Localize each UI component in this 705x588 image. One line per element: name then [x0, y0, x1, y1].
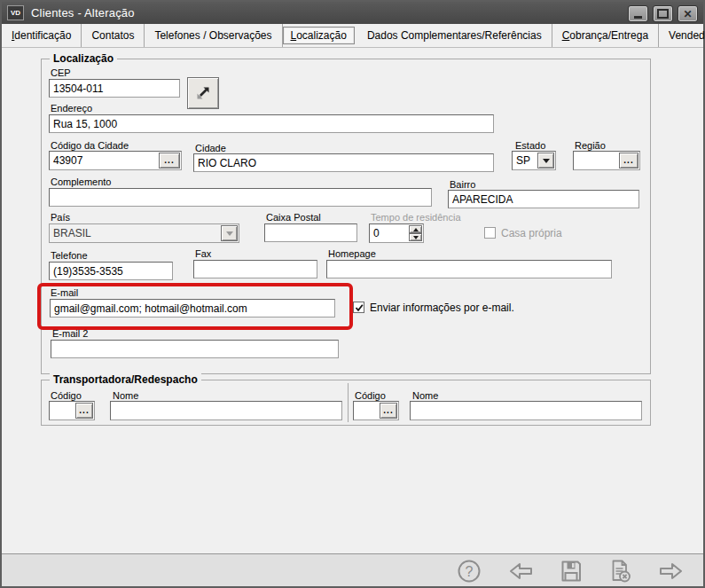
pais-dropdown-button [221, 225, 238, 241]
transp-right-codigo-field: ... [353, 401, 399, 420]
help-button[interactable]: ? [456, 558, 482, 584]
tab-cobranca-entrega[interactable]: Cobrança/Entrega [552, 24, 659, 47]
localizacao-group-title: Localização [50, 52, 117, 65]
email2-label: E-mail 2 [52, 328, 88, 339]
cep-lookup-button[interactable] [187, 77, 219, 109]
caixa-postal-input[interactable] [264, 223, 357, 242]
tab-dados-complementares[interactable]: Dados Complementares/Referências [357, 24, 552, 47]
transp-right-nome-label: Nome [412, 390, 438, 401]
homepage-input[interactable] [326, 260, 612, 278]
tab-telefones-observacoes[interactable]: Telefones / Observações [145, 24, 282, 47]
cancel-document-button[interactable] [607, 558, 633, 584]
chevron-down-icon [543, 159, 550, 163]
window-title: Clientes - Alteração [31, 6, 135, 20]
regiao-field: ... [573, 151, 640, 170]
chevron-down-icon [226, 231, 233, 236]
cidade-label: Cidade [195, 143, 226, 153]
endereco-label: Endereço [51, 103, 92, 114]
bottom-toolbar [2, 553, 703, 586]
codigo-cidade-input[interactable] [50, 152, 158, 169]
spin-up-button[interactable] [409, 225, 422, 233]
caixa-postal-label: Caixa Postal [266, 212, 321, 223]
close-button[interactable]: ✕ [678, 5, 698, 22]
pais-combobox [49, 223, 239, 243]
minimize-button[interactable] [628, 5, 648, 22]
transp-right-codigo-input[interactable] [354, 402, 379, 419]
transp-left-codigo-field: ... [49, 401, 95, 420]
transp-left-codigo-label: Código [51, 390, 82, 401]
bairro-input[interactable] [448, 190, 639, 208]
minimize-icon [634, 16, 642, 19]
save-floppy-icon [558, 558, 584, 584]
cancel-document-icon [607, 558, 633, 584]
complemento-input[interactable] [49, 188, 432, 207]
cep-input[interactable] [49, 79, 180, 98]
checkmark-icon [355, 303, 364, 312]
maximize-button[interactable] [653, 5, 673, 22]
complemento-label: Complemento [51, 176, 111, 187]
estado-combobox[interactable] [512, 151, 556, 170]
tab-localizacao[interactable]: Localização [283, 27, 355, 44]
telefone-label: Telefone [51, 250, 88, 261]
transp-right-codigo-label: Código [355, 390, 386, 401]
tempo-residencia-spinner [369, 223, 424, 243]
forward-arrow-icon [658, 558, 685, 584]
fax-input[interactable] [193, 260, 317, 278]
swap-arrows-icon [194, 84, 212, 102]
homepage-label: Homepage [328, 248, 376, 259]
enviar-email-label: Enviar informações por e-mail. [370, 302, 514, 314]
clientes-window: VD Clientes - Alteração ✕ Identificação … [0, 0, 705, 588]
svg-text:?: ? [466, 564, 474, 579]
titlebar: VD Clientes - Alteração ✕ [2, 2, 703, 24]
close-icon: ✕ [683, 9, 692, 20]
previous-button[interactable] [507, 558, 534, 584]
regiao-label: Região [575, 140, 606, 151]
back-arrow-icon [507, 558, 534, 584]
email-label: E-mail [51, 287, 78, 298]
transp-left-nome-input[interactable] [110, 401, 342, 420]
tempo-residencia-input[interactable] [370, 224, 408, 242]
tab-identificacao[interactable]: Identificação [2, 24, 82, 47]
email2-input[interactable] [51, 340, 339, 358]
chevron-down-icon [413, 236, 419, 239]
casa-propria-label: Casa própria [501, 227, 562, 239]
chevron-up-icon [413, 228, 419, 231]
tab-vendedores[interactable]: Vendedores [659, 24, 705, 47]
enviar-email-checkbox[interactable] [353, 302, 364, 313]
estado-label: Estado [515, 140, 545, 151]
estado-dropdown-button[interactable] [537, 153, 554, 169]
email-input[interactable] [50, 299, 335, 318]
codigo-cidade-lookup-button[interactable]: ... [159, 153, 180, 169]
pais-label: País [51, 212, 70, 223]
transp-right-lookup-button[interactable]: ... [380, 403, 397, 419]
codigo-cidade-field: ... [49, 151, 182, 170]
save-button[interactable] [558, 558, 584, 584]
cep-label: CEP [51, 67, 71, 78]
regiao-input[interactable] [574, 152, 618, 169]
group-divider [348, 383, 349, 422]
estado-input[interactable] [513, 152, 537, 169]
transp-left-nome-label: Nome [113, 390, 138, 401]
spin-down-button[interactable] [409, 233, 422, 241]
transp-right-nome-input[interactable] [410, 401, 642, 420]
localizacao-groupbox: Localização [41, 59, 651, 374]
casa-propria-checkbox [484, 227, 496, 239]
tab-bar: Identificação Contatos Telefones / Obser… [2, 24, 703, 48]
transp-left-codigo-input[interactable] [50, 402, 74, 419]
next-button[interactable] [658, 558, 685, 584]
maximize-icon [657, 9, 669, 19]
regiao-lookup-button[interactable]: ... [619, 153, 638, 169]
app-vd-icon: VD [7, 5, 24, 20]
tempo-residencia-label: Tempo de residência [371, 212, 461, 223]
fax-label: Fax [195, 248, 211, 259]
endereco-input[interactable] [49, 114, 494, 133]
cidade-input[interactable] [193, 153, 494, 172]
pais-input [50, 224, 220, 242]
bairro-label: Bairro [450, 179, 475, 190]
help-icon: ? [456, 558, 482, 584]
transportadora-group-title: Transportadora/Redespacho [50, 373, 201, 386]
codigo-cidade-label: Código da Cidade [51, 140, 129, 151]
telefone-input[interactable] [49, 262, 173, 280]
transp-left-lookup-button[interactable]: ... [75, 403, 93, 419]
tab-contatos[interactable]: Contatos [82, 24, 145, 47]
